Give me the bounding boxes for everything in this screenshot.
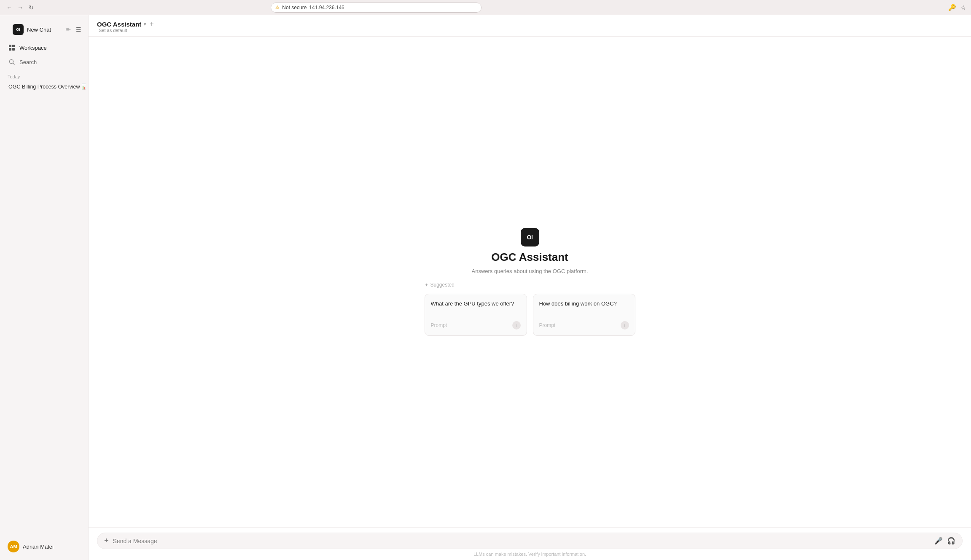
message-input-row: + 🎤 🎧 (97, 533, 963, 549)
security-label: Not secure (282, 5, 307, 11)
assistant-logo-large: OI (521, 228, 539, 247)
main-header: OGC Assistant ▾ + Set as default (89, 15, 971, 37)
browser-actions: 🔑 ☆ (948, 4, 966, 11)
suggestion-card-1-footer: Prompt ↑ (431, 321, 521, 330)
back-button[interactable]: ← (5, 3, 13, 12)
disclaimer: LLMs can make mistakes. Verify important… (97, 552, 963, 557)
user-profile[interactable]: AM Adrian Matei (3, 536, 86, 557)
suggested-label: ✦ Suggested (425, 282, 455, 288)
header-plus-icon[interactable]: + (150, 20, 153, 28)
svg-line-5 (13, 63, 15, 65)
browser-nav-buttons: ← → ↻ (5, 3, 35, 12)
chat-content: OI OGC Assistant Answers queries about u… (89, 37, 971, 527)
assistant-description: Answers queries about using the OGC plat… (471, 268, 588, 274)
sidebar-item-workspace[interactable]: Workspace (3, 40, 86, 55)
sidebar: OI New Chat ✏ ☰ Workspace (0, 15, 89, 560)
avatar: AM (8, 541, 19, 552)
main-area: OGC Assistant ▾ + Set as default OI OGC … (89, 15, 971, 560)
sidebar-item-search[interactable]: Search (3, 55, 86, 69)
menu-button[interactable]: ☰ (74, 24, 83, 35)
send-icon-2[interactable]: ↑ (621, 321, 629, 330)
send-icon-1[interactable]: ↑ (512, 321, 521, 330)
reload-button[interactable]: ↻ (27, 3, 35, 12)
sidebar-header-actions: ✏ ☰ (64, 24, 83, 35)
message-input-area: + 🎤 🎧 LLMs can make mistakes. Verify imp… (89, 527, 971, 560)
message-actions: 🎤 🎧 (934, 537, 955, 545)
svg-rect-1 (12, 45, 15, 47)
attach-button[interactable]: + (104, 536, 109, 545)
section-today-label: Today (0, 69, 88, 81)
search-label: Search (19, 59, 37, 65)
prompt-label-1: Prompt (431, 322, 447, 328)
bookmark-button[interactable]: ☆ (960, 4, 966, 11)
address-bar[interactable]: ⚠ Not secure 141.94.236.146 (271, 3, 481, 13)
microphone-button[interactable]: 🎤 (934, 537, 943, 545)
header-chevron-icon[interactable]: ▾ (144, 21, 146, 27)
history-item-label: OGC Billing Process Overview 📊 (8, 83, 86, 90)
prompt-label-2: Prompt (539, 322, 556, 328)
suggestion-card-2[interactable]: How does billing work on OGC? Prompt ↑ (533, 294, 635, 336)
headphones-button[interactable]: 🎧 (947, 537, 955, 545)
assistant-title: OGC Assistant (97, 21, 141, 28)
search-icon (8, 58, 16, 66)
svg-rect-0 (9, 45, 11, 47)
workspace-label: Workspace (19, 45, 47, 51)
spark-icon: ✦ (425, 282, 428, 288)
forward-button[interactable]: → (16, 3, 24, 12)
extensions-button[interactable]: 🔑 (948, 4, 956, 11)
suggestion-cards: What are the GPU types we offer? Prompt … (425, 294, 635, 336)
browser-bar: ← → ↻ ⚠ Not secure 141.94.236.146 🔑 ☆ (0, 0, 971, 15)
edit-button[interactable]: ✏ (64, 24, 73, 35)
suggestion-card-1-text: What are the GPU types we offer? (431, 300, 521, 316)
app-container: OI New Chat ✏ ☰ Workspace (0, 15, 971, 560)
url-display: 141.94.236.146 (309, 5, 344, 11)
svg-rect-2 (9, 48, 11, 51)
suggestion-card-2-text: How does billing work on OGC? (539, 300, 629, 316)
svg-rect-3 (12, 48, 15, 51)
new-chat-label: New Chat (27, 27, 51, 33)
new-chat-item[interactable]: OI New Chat (8, 21, 56, 38)
security-icon: ⚠ (275, 5, 280, 10)
assistant-intro: OI OGC Assistant Answers queries about u… (425, 228, 635, 336)
message-input[interactable] (113, 538, 930, 544)
sidebar-logo: OI (13, 24, 24, 35)
sidebar-header: OI New Chat ✏ ☰ (0, 19, 88, 40)
workspace-icon (8, 43, 16, 52)
history-item[interactable]: OGC Billing Process Overview 📊 (3, 81, 86, 92)
assistant-name-large: OGC Assistant (491, 251, 568, 264)
suggestion-card-2-footer: Prompt ↑ (539, 321, 629, 330)
user-name-label: Adrian Matei (23, 544, 54, 550)
set-default-link[interactable]: Set as default (99, 28, 154, 33)
suggestion-card-1[interactable]: What are the GPU types we offer? Prompt … (425, 294, 527, 336)
